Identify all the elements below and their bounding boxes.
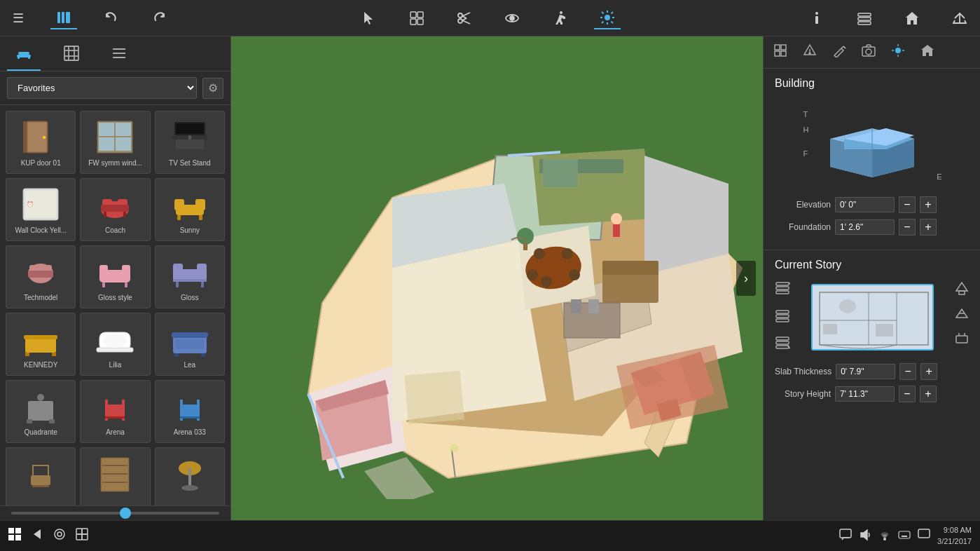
item-gloss-style[interactable]: Gloss style <box>80 245 150 308</box>
svg-line-177 <box>843 46 846 48</box>
back-button[interactable] <box>31 528 43 544</box>
item-sunny[interactable]: Sunny <box>155 178 225 241</box>
svg-rect-2 <box>66 12 70 23</box>
right-tool-sun[interactable] <box>887 41 909 64</box>
cortana-button[interactable] <box>53 528 66 544</box>
svg-line-23 <box>611 21 613 23</box>
select-button[interactable] <box>356 8 382 29</box>
elevation-plus[interactable]: + <box>920 196 937 213</box>
menu-button[interactable]: ☰ <box>7 8 29 29</box>
item-arena-033[interactable]: Arena 033 <box>155 380 225 443</box>
foundation-plus[interactable]: + <box>920 219 937 236</box>
story-height-minus[interactable]: − <box>899 386 916 402</box>
foundation-input[interactable] <box>835 219 895 235</box>
right-panel: Building T H F E <box>763 36 980 520</box>
svg-rect-70 <box>195 199 205 210</box>
svg-rect-153 <box>613 224 620 237</box>
svg-point-123 <box>181 485 198 491</box>
item-kup-door[interactable]: KUP door 01 <box>6 111 76 174</box>
svg-rect-231 <box>840 529 851 538</box>
view-button[interactable] <box>499 8 525 29</box>
taskbar-time-display[interactable]: 9:08 AM 3/21/2017 <box>937 525 972 547</box>
svg-rect-193 <box>776 283 789 285</box>
center-canvas[interactable]: › <box>231 36 763 520</box>
svg-rect-227 <box>76 529 82 534</box>
item-lamp1[interactable] <box>155 447 225 505</box>
foundation-minus[interactable]: − <box>899 219 916 236</box>
item-wall-clock[interactable]: ⏰ Wall Clock Yell... <box>6 178 76 241</box>
right-tool-1[interactable] <box>769 41 792 64</box>
elevation-minus[interactable]: − <box>899 196 916 213</box>
floorplan-thumbnail[interactable] <box>811 284 934 351</box>
elevation-input[interactable] <box>835 197 895 212</box>
keyboard-icon[interactable] <box>898 529 911 544</box>
group-button[interactable] <box>403 8 430 29</box>
building-section: Building T H F E <box>764 69 980 250</box>
item-coach[interactable]: Coach <box>80 178 150 241</box>
tab-furniture[interactable] <box>7 41 41 71</box>
view-icon-1[interactable] <box>955 281 969 298</box>
story-height-input[interactable] <box>835 386 895 402</box>
item-arena[interactable]: Arena <box>80 380 150 443</box>
svg-rect-194 <box>776 287 789 290</box>
notification-icon[interactable] <box>918 529 930 544</box>
item-tv-stand[interactable]: TV Set Stand <box>155 111 225 174</box>
svg-line-25 <box>602 21 604 23</box>
windows-start-button[interactable] <box>8 528 21 544</box>
slab-thickness-plus[interactable]: + <box>920 363 937 380</box>
svg-rect-169 <box>781 45 786 50</box>
redo-button[interactable] <box>146 8 172 29</box>
dim-f: F <box>803 146 809 161</box>
share-button[interactable] <box>946 8 973 29</box>
svg-rect-6 <box>410 19 416 25</box>
item-lea[interactable]: Lea <box>155 313 225 376</box>
home-button[interactable] <box>899 8 925 29</box>
network-icon[interactable] <box>878 529 891 544</box>
right-tool-2[interactable] <box>799 41 821 64</box>
svg-rect-204 <box>813 285 934 351</box>
right-tool-pencil[interactable] <box>828 41 850 64</box>
elevation-row: Elevation − + <box>775 196 969 213</box>
right-tool-camera[interactable] <box>857 41 880 64</box>
item-kennedy-label: KENNEDY <box>24 361 57 369</box>
item-fw-window[interactable]: FW symm wind... <box>80 111 150 174</box>
item-shelf1[interactable] <box>80 447 150 505</box>
svg-rect-116 <box>32 485 49 487</box>
lighting-button[interactable] <box>594 7 621 29</box>
item-quadrante[interactable]: Quadrante <box>6 380 76 443</box>
item-lilia[interactable]: Lilia <box>80 313 150 376</box>
date-display: 3/21/2017 <box>937 536 972 547</box>
task-view-button[interactable] <box>76 528 88 544</box>
story-icon-2[interactable] <box>775 308 790 326</box>
walk-button[interactable] <box>546 8 573 29</box>
slab-thickness-input[interactable] <box>836 364 895 379</box>
right-tool-home[interactable] <box>916 41 939 64</box>
tab-walls[interactable] <box>55 41 88 71</box>
story-icon-1[interactable] <box>775 281 790 299</box>
info-button[interactable] <box>803 8 830 29</box>
building-title: Building <box>775 77 969 90</box>
library-button[interactable] <box>50 7 77 29</box>
category-dropdown[interactable]: Favorites All Items Recent <box>7 77 197 99</box>
chat-icon[interactable] <box>839 529 852 544</box>
expand-panel-button[interactable]: › <box>736 261 756 296</box>
svg-rect-230 <box>82 534 88 540</box>
item-lilia-label: Lilia <box>109 361 122 369</box>
layers-button[interactable] <box>851 8 878 29</box>
view-icon-2[interactable] <box>955 306 969 323</box>
cut-button[interactable] <box>451 8 478 29</box>
story-icon-3[interactable] <box>775 334 790 353</box>
item-kennedy[interactable]: KENNEDY <box>6 313 76 376</box>
tab-list[interactable] <box>102 41 136 71</box>
view-icon-3[interactable] <box>955 332 969 348</box>
item-gloss[interactable]: Gloss <box>155 245 225 308</box>
svg-point-179 <box>866 49 871 55</box>
item-techmodel[interactable]: Techmodel <box>6 245 76 308</box>
slab-thickness-minus[interactable]: − <box>899 363 916 380</box>
item-chair1[interactable] <box>6 447 76 505</box>
story-height-plus[interactable]: + <box>920 386 937 402</box>
settings-button[interactable]: ⚙ <box>202 78 223 99</box>
undo-button[interactable] <box>98 8 125 29</box>
volume-icon[interactable] <box>859 529 871 544</box>
story-height-label: Story Height <box>775 389 831 399</box>
